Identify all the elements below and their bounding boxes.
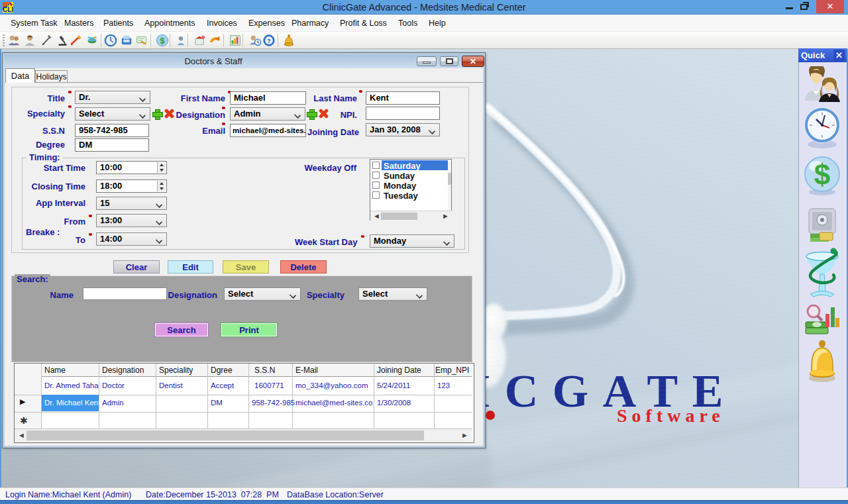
svg-text:$: $: [814, 158, 830, 191]
svg-text:$: $: [160, 36, 164, 46]
svg-text:?: ?: [267, 38, 271, 44]
